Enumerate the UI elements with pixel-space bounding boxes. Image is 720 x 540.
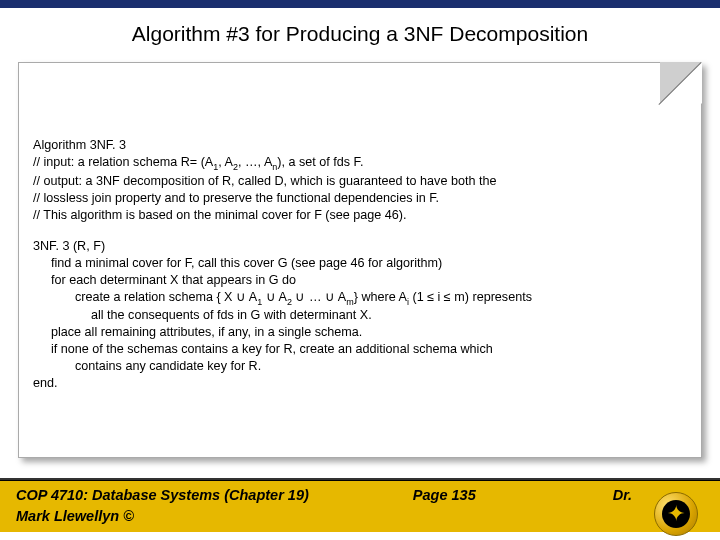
txt: // input: a relation schema R= (A (33, 155, 213, 169)
txt: , …, A (238, 155, 272, 169)
algo-step: all the consequents of fds in G with det… (33, 307, 687, 324)
algorithm-body-block: 3NF. 3 (R, F) find a minimal cover for F… (33, 238, 687, 393)
logo-star-icon: ✦ (667, 503, 685, 525)
txt: create a relation schema { X ∪ A (75, 290, 257, 304)
algo-note: // This algorithm is based on the minima… (33, 207, 687, 224)
footer-bar-2: Mark Llewellyn © (0, 508, 720, 532)
algo-name: Algorithm 3NF. 3 (33, 137, 687, 154)
algo-output-1: // output: a 3NF decomposition of R, cal… (33, 173, 687, 190)
algo-step: if none of the schemas contains a key fo… (33, 341, 687, 358)
algo-step: find a minimal cover for F, call this co… (33, 255, 687, 272)
algo-input: // input: a relation schema R= (A1, A2, … (33, 154, 687, 173)
txt: ∪ … ∪ A (292, 290, 346, 304)
university-logo: ✦ (654, 492, 698, 536)
top-accent-bar (0, 0, 720, 8)
page-fold-corner (660, 62, 702, 104)
footer-bar: COP 4710: Database Systems (Chapter 19) … (0, 480, 720, 508)
author-label: Mark Llewellyn © (16, 508, 134, 524)
algo-output-2: // lossless join property and to preserv… (33, 190, 687, 207)
page-title: Algorithm #3 for Producing a 3NF Decompo… (0, 8, 720, 54)
algorithm-text: Algorithm 3NF. 3 // input: a relation sc… (19, 63, 701, 416)
sub: m (346, 296, 354, 306)
algo-decl: 3NF. 3 (R, F) (33, 238, 687, 255)
algo-end: end. (33, 375, 687, 392)
algo-step: place all remaining attributes, if any, … (33, 324, 687, 341)
algo-step: create a relation schema { X ∪ A1 ∪ A2 ∪… (33, 289, 687, 308)
algorithm-header-block: Algorithm 3NF. 3 // input: a relation sc… (33, 137, 687, 224)
page-number: Page 135 (309, 487, 476, 503)
algo-step: for each determinant X that appears in G… (33, 272, 687, 289)
algo-step: contains any candidate key for R. (33, 358, 687, 375)
txt: , A (218, 155, 233, 169)
algorithm-note-box: Algorithm 3NF. 3 // input: a relation sc… (18, 62, 702, 458)
txt: ), a set of fds F. (277, 155, 363, 169)
txt: } where A (354, 290, 407, 304)
footer: COP 4710: Database Systems (Chapter 19) … (0, 478, 720, 540)
course-label: COP 4710: Database Systems (Chapter 19) (16, 487, 309, 503)
txt: ∪ A (262, 290, 287, 304)
txt: (1 ≤ i ≤ m) represents (409, 290, 532, 304)
